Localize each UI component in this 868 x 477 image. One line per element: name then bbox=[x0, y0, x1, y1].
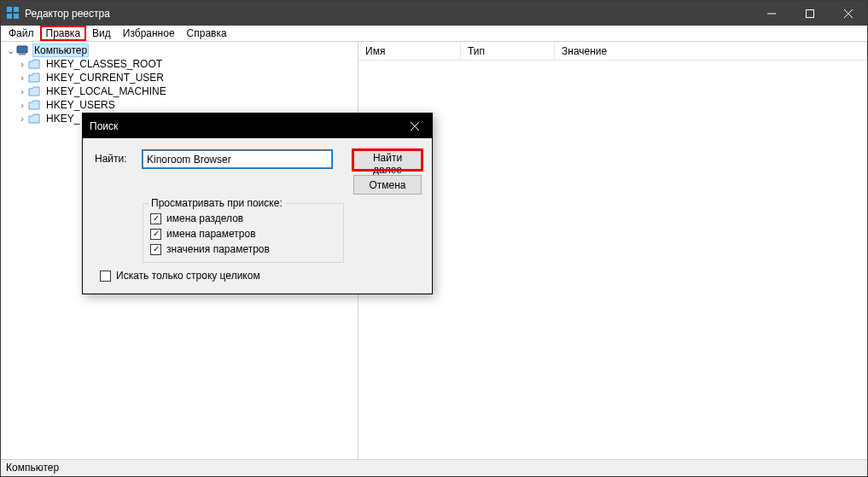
window-title: Редактор реестра bbox=[25, 8, 752, 20]
list-body[interactable] bbox=[358, 61, 867, 459]
cancel-button[interactable]: Отмена bbox=[353, 175, 422, 195]
status-path: Компьютер bbox=[6, 462, 59, 474]
tree-label: HKEY_CURRENT_USER bbox=[44, 72, 166, 84]
svg-rect-9 bbox=[19, 54, 26, 55]
svg-rect-5 bbox=[806, 9, 813, 17]
checkbox-keys-label: имена разделов bbox=[166, 212, 243, 224]
tree-node-hkcu[interactable]: › HKEY_CURRENT_USER bbox=[1, 71, 358, 84]
dialog-close-button[interactable] bbox=[398, 113, 432, 138]
tree-label: Компьютер bbox=[32, 44, 89, 57]
tree-label: HKEY_ bbox=[44, 113, 81, 125]
dialog-titlebar[interactable]: Поиск bbox=[83, 113, 432, 138]
folder-icon bbox=[28, 85, 42, 97]
menu-help[interactable]: Справка bbox=[181, 26, 233, 41]
find-input[interactable] bbox=[143, 150, 332, 168]
menubar: Файл Правка Вид Избранное Справка bbox=[1, 26, 867, 42]
svg-rect-2 bbox=[7, 14, 12, 19]
chevron-down-icon[interactable]: ⌄ bbox=[4, 46, 16, 55]
minimize-button[interactable] bbox=[752, 1, 790, 26]
look-at-groupbox: Просматривать при поиске: имена разделов… bbox=[143, 203, 344, 263]
checkbox-whole-string-label: Искать только строку целиком bbox=[116, 270, 260, 282]
tree-node-hkcr[interactable]: › HKEY_CLASSES_ROOT bbox=[1, 57, 358, 71]
window-controls bbox=[752, 1, 867, 26]
computer-icon bbox=[16, 44, 30, 56]
checkbox-value-names[interactable] bbox=[150, 229, 161, 240]
tree-label: HKEY_CLASSES_ROOT bbox=[44, 58, 164, 70]
svg-rect-8 bbox=[17, 46, 27, 53]
svg-rect-3 bbox=[14, 14, 19, 19]
folder-icon bbox=[28, 58, 42, 70]
tree-root-computer[interactable]: ⌄ Компьютер bbox=[1, 44, 358, 57]
tree-node-hklm[interactable]: › HKEY_LOCAL_MACHINE bbox=[1, 84, 358, 98]
dialog-title: Поиск bbox=[90, 120, 398, 132]
checkbox-keys[interactable] bbox=[150, 213, 161, 224]
dialog-body: Найти: Найти далее Отмена Просматривать … bbox=[83, 138, 432, 294]
checkbox-data[interactable] bbox=[150, 244, 161, 255]
app-icon bbox=[6, 7, 20, 20]
menu-edit[interactable]: Правка bbox=[40, 26, 87, 41]
folder-icon bbox=[28, 113, 42, 125]
chevron-right-icon[interactable]: › bbox=[16, 73, 28, 83]
main-window: Редактор реестра Файл Правка Вид Избранн… bbox=[0, 0, 868, 477]
groupbox-legend: Просматривать при поиске: bbox=[149, 197, 285, 209]
column-type[interactable]: Тип bbox=[461, 42, 555, 60]
tree-label: HKEY_USERS bbox=[44, 99, 117, 111]
folder-icon bbox=[28, 99, 42, 111]
checkbox-whole-string[interactable] bbox=[100, 270, 111, 282]
statusbar: Компьютер bbox=[1, 459, 867, 476]
checkbox-data-label: значения параметров bbox=[166, 243, 270, 255]
column-name[interactable]: Имя bbox=[358, 42, 461, 60]
folder-icon bbox=[28, 72, 42, 84]
list-header: Имя Тип Значение bbox=[358, 42, 867, 61]
find-next-button[interactable]: Найти далее bbox=[353, 150, 422, 170]
find-label: Найти: bbox=[95, 150, 134, 165]
titlebar: Редактор реестра bbox=[1, 1, 867, 26]
maximize-button[interactable] bbox=[790, 1, 829, 26]
column-value[interactable]: Значение bbox=[555, 42, 867, 60]
menu-favorites[interactable]: Избранное bbox=[117, 26, 181, 41]
list-pane: Имя Тип Значение bbox=[358, 42, 867, 459]
menu-view[interactable]: Вид bbox=[86, 26, 117, 41]
checkbox-value-names-label: имена параметров bbox=[166, 228, 256, 240]
tree-node-hku[interactable]: › HKEY_USERS bbox=[1, 98, 358, 112]
close-button[interactable] bbox=[829, 1, 867, 26]
chevron-right-icon[interactable]: › bbox=[16, 114, 28, 124]
menu-file[interactable]: Файл bbox=[3, 26, 40, 41]
chevron-right-icon[interactable]: › bbox=[16, 87, 28, 96]
tree-label: HKEY_LOCAL_MACHINE bbox=[44, 85, 168, 97]
chevron-right-icon[interactable]: › bbox=[16, 101, 28, 110]
chevron-right-icon[interactable]: › bbox=[16, 60, 28, 69]
svg-rect-0 bbox=[7, 7, 12, 12]
find-dialog: Поиск Найти: Найти далее Отмена Просматр… bbox=[82, 113, 433, 294]
svg-rect-1 bbox=[14, 7, 19, 12]
